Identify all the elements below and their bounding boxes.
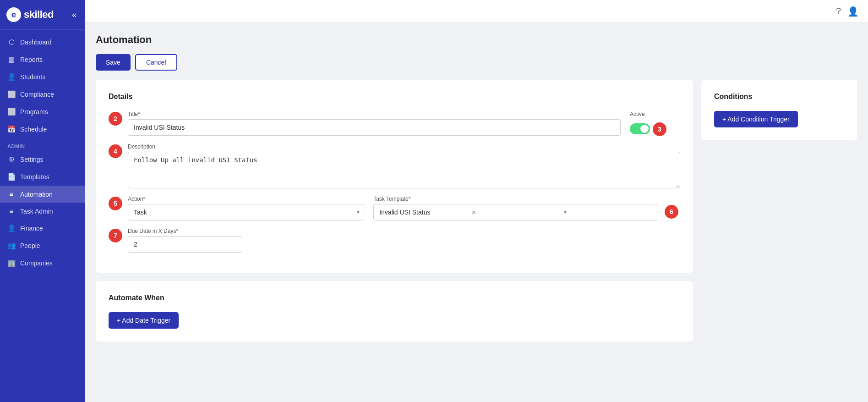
action-select[interactable]: Task (128, 204, 364, 220)
sidebar-item-label: Schedule (20, 126, 47, 133)
sidebar-item-schedule[interactable]: 📅 Schedule (0, 121, 85, 138)
sidebar-item-task-admin[interactable]: ≡ Task Admin (0, 203, 85, 220)
active-toggle-group: Active 3 (630, 111, 668, 136)
main-area: ? 👤 Automation Save Cancel Details 2 (85, 0, 868, 402)
toggle-wrap: 3 (630, 119, 668, 136)
add-date-trigger-button[interactable]: + Add Date Trigger (109, 312, 179, 329)
task-template-clear-icon[interactable]: ✕ (471, 209, 560, 216)
action-bar: Save Cancel (96, 54, 857, 71)
logo-area: e skilled « (0, 0, 85, 30)
nav-menu: ⬡ Dashboard ▦ Reports 👤 Students ⬜ Compl… (0, 30, 85, 402)
automate-when-title: Automate When (109, 294, 680, 302)
sidebar-item-reports[interactable]: ▦ Reports (0, 51, 85, 68)
sidebar-item-settings[interactable]: ⚙ Settings (0, 151, 85, 168)
automate-when-card: Automate When + Add Date Trigger (96, 281, 693, 341)
sidebar-item-label: Finance (20, 225, 43, 232)
topbar: ? 👤 (85, 0, 868, 23)
companies-icon: 🏢 (7, 259, 16, 267)
sidebar-item-label: Automation (20, 191, 53, 198)
sidebar-item-label: Compliance (20, 91, 54, 98)
details-card: Details 2 Title* Active (96, 80, 693, 273)
step-badge-6: 6 (665, 205, 678, 219)
two-column-layout: Details 2 Title* Active (96, 80, 857, 341)
content-area: Automation Save Cancel Details 2 Title* (85, 23, 868, 402)
schedule-icon: 📅 (7, 125, 16, 133)
step-badge-5: 5 (109, 197, 122, 210)
sidebar-item-label: Templates (20, 173, 49, 181)
description-textarea[interactable]: Follow Up all invalid USI Status (128, 152, 680, 188)
due-date-input[interactable] (128, 236, 242, 253)
task-template-label: Task Template* (373, 196, 658, 202)
sidebar-item-label: Programs (20, 108, 48, 116)
step-badge-2: 2 (109, 112, 122, 126)
cancel-button[interactable]: Cancel (135, 54, 177, 71)
sidebar-item-label: Task Admin (20, 208, 53, 215)
sidebar-item-companies[interactable]: 🏢 Companies (0, 254, 85, 272)
action-select-wrapper: Task (128, 204, 364, 220)
logo-icon: e (6, 7, 21, 22)
sidebar-item-label: Dashboard (20, 39, 52, 46)
sidebar-item-students[interactable]: 👤 Students (0, 68, 85, 86)
sidebar-item-finance[interactable]: 👤 Finance (0, 220, 85, 237)
settings-icon: ⚙ (7, 155, 16, 164)
people-icon: 👥 (7, 242, 16, 250)
sidebar-item-label: Settings (20, 156, 44, 163)
title-input[interactable] (128, 119, 621, 136)
description-group: Description Follow Up all invalid USI St… (128, 143, 680, 188)
task-template-select[interactable]: Invalid USI Status ✕ ▾ (373, 204, 658, 220)
title-group: Title* (128, 111, 621, 136)
action-group: Action* Task (128, 196, 364, 220)
user-icon[interactable]: 👤 (847, 6, 859, 17)
active-toggle[interactable] (630, 123, 650, 134)
sidebar-item-compliance[interactable]: ⬜ Compliance (0, 86, 85, 103)
sidebar-item-programs[interactable]: ⬜ Programs (0, 103, 85, 121)
active-label: Active (630, 111, 668, 117)
dashboard-icon: ⬡ (7, 38, 16, 46)
step-badge-7: 7 (109, 229, 122, 242)
sidebar-item-label: People (20, 242, 40, 249)
logo-text: skilled (24, 9, 54, 21)
automation-icon: ≡ (7, 190, 16, 198)
description-row: 4 Description Follow Up all invalid USI … (109, 143, 680, 188)
action-label: Action* (128, 196, 364, 202)
details-title: Details (109, 93, 680, 101)
action-template-row: 5 Action* Task (109, 196, 680, 220)
due-date-label: Due Date in X Days* (128, 228, 242, 234)
left-column: Details 2 Title* Active (96, 80, 693, 341)
programs-icon: ⬜ (7, 108, 16, 116)
task-admin-icon: ≡ (7, 207, 16, 215)
task-template-value: Invalid USI Status (379, 209, 468, 216)
sidebar: e skilled « ⬡ Dashboard ▦ Reports 👤 Stud… (0, 0, 85, 402)
sidebar-item-label: Companies (20, 259, 53, 267)
sidebar-item-automation[interactable]: ≡ Automation (0, 186, 85, 203)
templates-icon: 📄 (7, 173, 16, 181)
task-template-group: Task Template* Invalid USI Status ✕ ▾ (373, 196, 658, 220)
title-label: Title* (128, 111, 621, 117)
due-date-row: 7 Due Date in X Days* (109, 228, 680, 253)
due-date-group: Due Date in X Days* (128, 228, 242, 253)
conditions-card: Conditions + Add Condition Trigger (701, 80, 857, 140)
add-condition-trigger-button[interactable]: + Add Condition Trigger (714, 111, 798, 127)
save-button[interactable]: Save (96, 54, 131, 71)
description-label: Description (128, 143, 680, 150)
conditions-title: Conditions (714, 93, 844, 101)
reports-icon: ▦ (7, 55, 16, 64)
collapse-button[interactable]: « (70, 8, 78, 22)
step-badge-4: 4 (109, 144, 122, 158)
step-badge-3: 3 (653, 122, 666, 136)
sidebar-item-dashboard[interactable]: ⬡ Dashboard (0, 33, 85, 51)
compliance-icon: ⬜ (7, 90, 16, 99)
sidebar-item-label: Reports (20, 56, 43, 63)
help-icon[interactable]: ? (836, 6, 841, 17)
page-title: Automation (96, 34, 857, 46)
sidebar-item-people[interactable]: 👥 People (0, 237, 85, 254)
sidebar-item-templates[interactable]: 📄 Templates (0, 168, 85, 186)
students-icon: 👤 (7, 73, 16, 81)
sidebar-item-label: Students (20, 73, 45, 81)
title-active-row: 2 Title* Active (109, 111, 680, 136)
task-template-arrow-icon[interactable]: ▾ (564, 209, 652, 215)
finance-icon: 👤 (7, 224, 16, 232)
admin-section-label: ADMIN (0, 138, 85, 151)
